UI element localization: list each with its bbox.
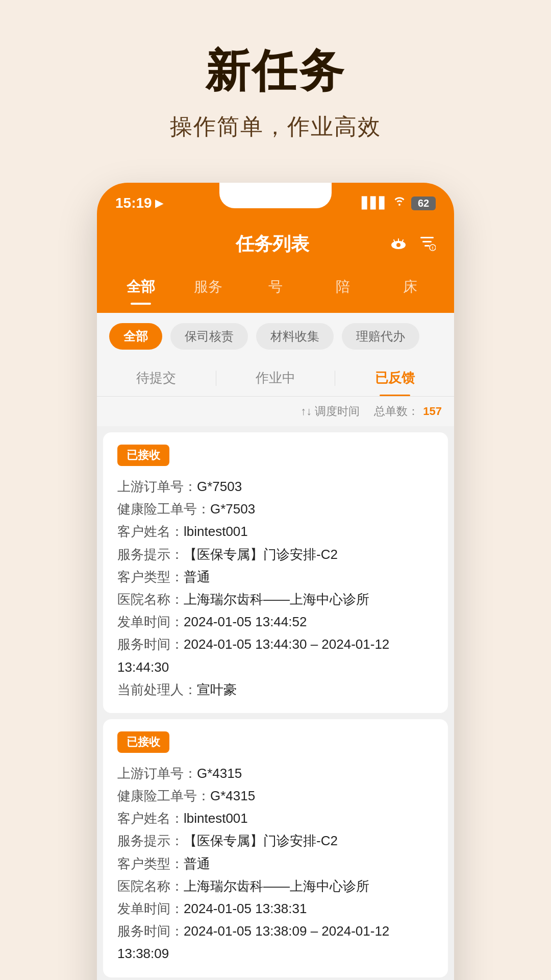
chip-material[interactable]: 材料收集 <box>256 323 334 350</box>
main-tab-all[interactable]: 全部 <box>107 271 174 303</box>
total-label: 总单数： <box>374 404 419 419</box>
sort-label[interactable]: ↑↓ 调度时间 <box>300 404 360 419</box>
filter-icon[interactable]: ! <box>418 234 436 255</box>
svg-text:!: ! <box>432 246 434 251</box>
total-count: 157 <box>423 405 442 418</box>
svg-rect-6 <box>422 241 432 242</box>
status-right: ▋▋▋ 62 <box>362 197 436 210</box>
task-field-order-2: 上游订单号：G*4315 <box>117 762 434 785</box>
sub-tab-feedback[interactable]: 已反馈 <box>335 360 454 396</box>
task-field-order-1: 上游订单号：G*7503 <box>117 475 434 498</box>
task-field-workorder-2: 健康险工单号：G*4315 <box>117 785 434 807</box>
status-badge-2: 已接收 <box>117 731 169 753</box>
signal-icon: ▋▋▋ <box>362 197 388 210</box>
status-bar: 15:19 ▶ ▋▋▋ 62 <box>97 183 454 224</box>
sub-tab-pending[interactable]: 待提交 <box>97 360 216 396</box>
svg-point-1 <box>396 243 400 247</box>
task-list: 已接收 上游订单号：G*7503 健康险工单号：G*7503 客户姓名：lbin… <box>97 426 454 980</box>
task-field-issuetime-1: 发单时间：2024-01-05 13:44:52 <box>117 610 434 633</box>
page-title: 新任务 <box>205 41 346 102</box>
task-field-handler-1: 当前处理人：宣叶豪 <box>117 678 434 701</box>
task-field-servicetime-2: 服务时间：2024-01-05 13:38:09 – 2024-01-12 13… <box>117 920 434 965</box>
sort-bar: ↑↓ 调度时间 总单数： 157 <box>97 397 454 426</box>
task-card-1[interactable]: 已接收 上游订单号：G*7503 健康险工单号：G*7503 客户姓名：lbin… <box>103 432 448 713</box>
task-field-hospital-1: 医院名称：上海瑞尔齿科——上海中心诊所 <box>117 588 434 610</box>
battery-indicator: 62 <box>411 197 436 210</box>
main-tab-hao[interactable]: 号 <box>242 271 309 303</box>
page-subtitle: 操作简单，作业高效 <box>170 112 381 142</box>
svg-rect-7 <box>424 245 430 247</box>
task-field-hint-1: 服务提示：【医保专属】门诊安排-C2 <box>117 543 434 566</box>
phone-frame: 15:19 ▶ ▋▋▋ 62 任务列表 <box>97 183 454 980</box>
phone-notch <box>219 183 332 208</box>
task-field-customer-1: 客户姓名：lbintest001 <box>117 520 434 543</box>
sub-tab-working[interactable]: 作业中 <box>216 360 335 396</box>
task-field-type-1: 客户类型：普通 <box>117 566 434 588</box>
task-field-customer-2: 客户姓名：lbintest001 <box>117 807 434 829</box>
chip-all[interactable]: 全部 <box>109 323 162 350</box>
task-field-workorder-1: 健康险工单号：G*7503 <box>117 498 434 520</box>
sub-tabs: 待提交 作业中 已反馈 <box>97 360 454 397</box>
task-card-2[interactable]: 已接收 上游订单号：G*4315 健康险工单号：G*4315 客户姓名：lbin… <box>103 719 448 977</box>
app-header-title: 任务列表 <box>156 232 389 257</box>
location-icon: ▶ <box>155 197 163 209</box>
chip-claim[interactable]: 理赔代办 <box>342 323 419 350</box>
filter-chips: 全部 保司核责 材料收集 理赔代办 <box>97 313 454 360</box>
main-tab-chuang[interactable]: 床 <box>377 271 444 303</box>
app-header: 任务列表 ! <box>97 224 454 271</box>
task-field-hint-2: 服务提示：【医保专属】门诊安排-C2 <box>117 829 434 852</box>
task-field-hospital-2: 医院名称：上海瑞尔齿科——上海中心诊所 <box>117 875 434 897</box>
chip-baosi[interactable]: 保司核责 <box>170 323 248 350</box>
main-tab-service[interactable]: 服务 <box>174 271 242 303</box>
phone-content: 全部 保司核责 材料收集 理赔代办 待提交 作业中 已反馈 ↑↓ 调度时间 总单… <box>97 313 454 980</box>
wifi-icon <box>393 197 406 210</box>
status-badge-1: 已接收 <box>117 445 169 466</box>
header-icons: ! <box>389 234 436 255</box>
eye-icon[interactable] <box>389 234 408 254</box>
task-field-servicetime-1: 服务时间：2024-01-05 13:44:30 – 2024-01-12 13… <box>117 633 434 678</box>
svg-rect-5 <box>420 237 434 238</box>
status-time: 15:19 ▶ <box>115 195 163 211</box>
task-field-issuetime-2: 发单时间：2024-01-05 13:38:31 <box>117 897 434 920</box>
main-tab-pei[interactable]: 陪 <box>309 271 377 303</box>
task-field-type-2: 客户类型：普通 <box>117 852 434 875</box>
main-tabs: 全部 服务 号 陪 床 <box>97 271 454 313</box>
